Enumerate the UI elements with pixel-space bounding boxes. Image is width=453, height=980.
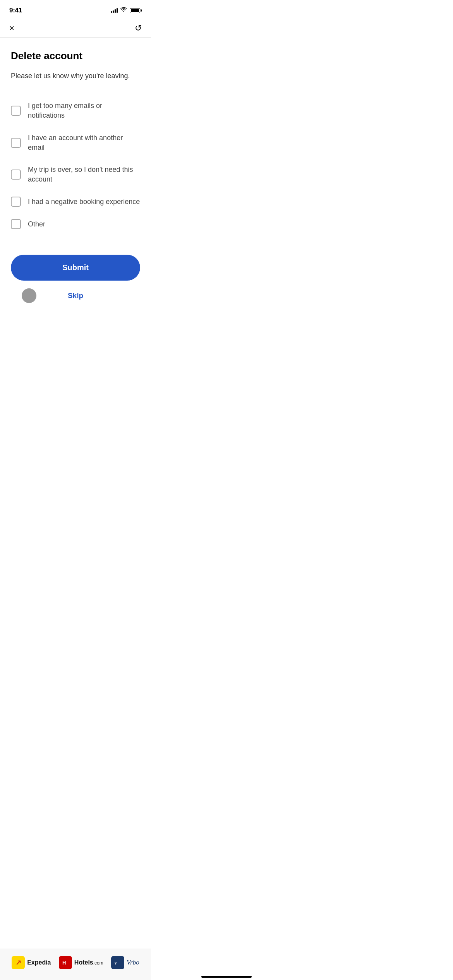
nav-bar: × ↺ <box>0 19 151 37</box>
wifi-icon <box>120 7 127 14</box>
status-bar: 9:41 <box>0 0 151 19</box>
checkbox-item-another-email[interactable]: I have an account with another email <box>11 127 140 159</box>
checkbox-other-label: Other <box>28 219 45 229</box>
refresh-button[interactable]: ↺ <box>135 23 142 33</box>
page-title: Delete account <box>11 50 140 62</box>
checkbox-trip-over-label: My trip is over, so I don't need this ac… <box>28 165 140 184</box>
checkbox-trip-over[interactable] <box>11 170 21 180</box>
checkbox-another-email-label: I have an account with another email <box>28 133 140 152</box>
reason-list: I get too many emails or notifications I… <box>11 95 140 235</box>
checkbox-negative-label: I had a negative booking experience <box>28 197 140 207</box>
signal-icon <box>111 8 118 13</box>
close-button[interactable]: × <box>9 23 14 33</box>
checkbox-emails-label: I get too many emails or notifications <box>28 101 140 120</box>
status-icons <box>111 7 142 14</box>
battery-icon <box>130 8 142 13</box>
main-content: Delete account Please let us know why yo… <box>0 38 151 300</box>
submit-button[interactable]: Submit <box>11 255 140 281</box>
checkbox-emails[interactable] <box>11 106 21 116</box>
checkbox-other[interactable] <box>11 219 21 229</box>
skip-row: Skip <box>11 291 140 300</box>
checkbox-item-trip-over[interactable]: My trip is over, so I don't need this ac… <box>11 159 140 190</box>
page-subtitle: Please let us know why you're leaving. <box>11 71 140 81</box>
skip-circle-decoration <box>22 288 36 303</box>
checkbox-item-other[interactable]: Other <box>11 213 140 235</box>
checkbox-item-negative[interactable]: I had a negative booking experience <box>11 190 140 213</box>
checkbox-another-email[interactable] <box>11 138 21 148</box>
checkbox-negative[interactable] <box>11 197 21 207</box>
skip-button[interactable]: Skip <box>68 291 83 300</box>
status-time: 9:41 <box>9 7 22 14</box>
checkbox-item-emails[interactable]: I get too many emails or notifications <box>11 95 140 127</box>
